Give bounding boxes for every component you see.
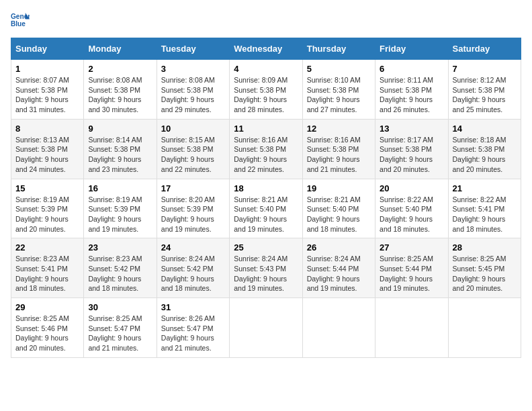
- day-number: 19: [307, 183, 371, 193]
- day-detail: Sunrise: 8:22 AMSunset: 5:40 PMDaylight:…: [380, 195, 433, 233]
- day-detail: Sunrise: 8:25 AMSunset: 5:44 PMDaylight:…: [380, 255, 433, 292]
- day-cell: 4 Sunrise: 8:09 AMSunset: 5:38 PMDayligh…: [230, 60, 302, 120]
- day-detail: Sunrise: 8:24 AMSunset: 5:44 PMDaylight:…: [307, 255, 361, 292]
- day-number: 4: [234, 64, 298, 74]
- day-cell: 11 Sunrise: 8:16 AMSunset: 5:38 PMDaylig…: [230, 119, 302, 179]
- day-detail: Sunrise: 8:18 AMSunset: 5:38 PMDaylight:…: [453, 136, 506, 173]
- day-number: 17: [161, 183, 225, 193]
- day-number: 7: [453, 64, 517, 74]
- day-cell: 5 Sunrise: 8:10 AMSunset: 5:38 PMDayligh…: [302, 60, 375, 120]
- day-cell: 16 Sunrise: 8:19 AMSunset: 5:39 PMDaylig…: [84, 179, 157, 238]
- day-detail: Sunrise: 8:25 AMSunset: 5:45 PMDaylight:…: [453, 255, 506, 292]
- logo: General Blue: [11, 11, 32, 30]
- day-detail: Sunrise: 8:11 AMSunset: 5:38 PMDaylight:…: [380, 76, 433, 113]
- day-cell: 14 Sunrise: 8:18 AMSunset: 5:38 PMDaylig…: [448, 119, 521, 179]
- day-number: 5: [307, 64, 371, 74]
- day-detail: Sunrise: 8:20 AMSunset: 5:39 PMDaylight:…: [161, 195, 215, 233]
- day-detail: Sunrise: 8:24 AMSunset: 5:43 PMDaylight:…: [234, 255, 287, 292]
- day-detail: Sunrise: 8:21 AMSunset: 5:40 PMDaylight:…: [307, 195, 361, 233]
- svg-text:Blue: Blue: [11, 20, 26, 28]
- day-cell: 19 Sunrise: 8:21 AMSunset: 5:40 PMDaylig…: [302, 179, 375, 238]
- day-cell: [375, 298, 448, 358]
- day-number: 10: [161, 124, 225, 134]
- day-cell: 15 Sunrise: 8:19 AMSunset: 5:39 PMDaylig…: [11, 179, 84, 238]
- day-cell: 12 Sunrise: 8:16 AMSunset: 5:38 PMDaylig…: [302, 119, 375, 179]
- day-detail: Sunrise: 8:10 AMSunset: 5:38 PMDaylight:…: [307, 76, 361, 113]
- header-row: SundayMondayTuesdayWednesdayThursdayFrid…: [11, 38, 521, 60]
- day-cell: 27 Sunrise: 8:25 AMSunset: 5:44 PMDaylig…: [375, 238, 448, 298]
- day-cell: 9 Sunrise: 8:14 AMSunset: 5:38 PMDayligh…: [84, 119, 157, 179]
- day-detail: Sunrise: 8:23 AMSunset: 5:42 PMDaylight:…: [88, 255, 142, 292]
- day-detail: Sunrise: 8:12 AMSunset: 5:38 PMDaylight:…: [453, 76, 506, 113]
- day-cell: 18 Sunrise: 8:21 AMSunset: 5:40 PMDaylig…: [230, 179, 302, 238]
- day-number: 9: [88, 124, 152, 134]
- day-number: 27: [380, 242, 443, 253]
- day-number: 31: [161, 302, 225, 312]
- week-row-3: 15 Sunrise: 8:19 AMSunset: 5:39 PMDaylig…: [11, 179, 521, 238]
- day-number: 3: [161, 64, 225, 74]
- week-row-2: 8 Sunrise: 8:13 AMSunset: 5:38 PMDayligh…: [11, 119, 521, 179]
- day-number: 26: [307, 242, 371, 253]
- day-number: 25: [234, 242, 298, 253]
- day-number: 1: [15, 64, 79, 74]
- day-number: 21: [453, 183, 517, 193]
- day-number: 13: [380, 124, 443, 134]
- day-detail: Sunrise: 8:16 AMSunset: 5:38 PMDaylight:…: [234, 136, 287, 173]
- day-detail: Sunrise: 8:22 AMSunset: 5:41 PMDaylight:…: [453, 195, 506, 233]
- day-number: 23: [88, 242, 152, 253]
- day-cell: [302, 298, 375, 358]
- col-header-monday: Monday: [84, 38, 157, 60]
- day-number: 6: [380, 64, 443, 74]
- day-number: 8: [15, 124, 79, 134]
- day-cell: 10 Sunrise: 8:15 AMSunset: 5:38 PMDaylig…: [157, 119, 229, 179]
- day-cell: 13 Sunrise: 8:17 AMSunset: 5:38 PMDaylig…: [375, 119, 448, 179]
- logo-icon: General Blue: [11, 11, 30, 30]
- day-cell: 24 Sunrise: 8:24 AMSunset: 5:42 PMDaylig…: [157, 238, 229, 298]
- day-cell: 28 Sunrise: 8:25 AMSunset: 5:45 PMDaylig…: [448, 238, 521, 298]
- day-number: 24: [161, 242, 225, 253]
- day-detail: Sunrise: 8:25 AMSunset: 5:47 PMDaylight:…: [88, 314, 142, 352]
- day-number: 29: [15, 302, 79, 312]
- day-cell: 20 Sunrise: 8:22 AMSunset: 5:40 PMDaylig…: [375, 179, 448, 238]
- day-cell: 17 Sunrise: 8:20 AMSunset: 5:39 PMDaylig…: [157, 179, 229, 238]
- day-detail: Sunrise: 8:07 AMSunset: 5:38 PMDaylight:…: [15, 76, 69, 113]
- day-number: 2: [88, 64, 152, 74]
- col-header-tuesday: Tuesday: [157, 38, 229, 60]
- day-detail: Sunrise: 8:09 AMSunset: 5:38 PMDaylight:…: [234, 76, 287, 113]
- col-header-sunday: Sunday: [11, 38, 84, 60]
- day-cell: 8 Sunrise: 8:13 AMSunset: 5:38 PMDayligh…: [11, 119, 84, 179]
- day-number: 18: [234, 183, 298, 193]
- day-cell: 3 Sunrise: 8:08 AMSunset: 5:38 PMDayligh…: [157, 60, 229, 120]
- day-cell: 22 Sunrise: 8:23 AMSunset: 5:41 PMDaylig…: [11, 238, 84, 298]
- day-detail: Sunrise: 8:25 AMSunset: 5:46 PMDaylight:…: [15, 314, 69, 352]
- day-detail: Sunrise: 8:08 AMSunset: 5:38 PMDaylight:…: [161, 76, 215, 113]
- day-cell: 7 Sunrise: 8:12 AMSunset: 5:38 PMDayligh…: [448, 60, 521, 120]
- day-cell: 6 Sunrise: 8:11 AMSunset: 5:38 PMDayligh…: [375, 60, 448, 120]
- day-cell: 29 Sunrise: 8:25 AMSunset: 5:46 PMDaylig…: [11, 298, 84, 358]
- day-number: 30: [88, 302, 152, 312]
- week-row-5: 29 Sunrise: 8:25 AMSunset: 5:46 PMDaylig…: [11, 298, 521, 358]
- day-detail: Sunrise: 8:24 AMSunset: 5:42 PMDaylight:…: [161, 255, 215, 292]
- col-header-friday: Friday: [375, 38, 448, 60]
- week-row-1: 1 Sunrise: 8:07 AMSunset: 5:38 PMDayligh…: [11, 60, 521, 120]
- day-detail: Sunrise: 8:23 AMSunset: 5:41 PMDaylight:…: [15, 255, 69, 292]
- day-cell: 31 Sunrise: 8:26 AMSunset: 5:47 PMDaylig…: [157, 298, 229, 358]
- day-detail: Sunrise: 8:19 AMSunset: 5:39 PMDaylight:…: [15, 195, 69, 233]
- day-cell: 30 Sunrise: 8:25 AMSunset: 5:47 PMDaylig…: [84, 298, 157, 358]
- day-number: 22: [15, 242, 79, 253]
- day-number: 14: [453, 124, 517, 134]
- day-detail: Sunrise: 8:17 AMSunset: 5:38 PMDaylight:…: [380, 136, 433, 173]
- day-number: 12: [307, 124, 371, 134]
- day-number: 20: [380, 183, 443, 193]
- header: General Blue: [11, 11, 521, 30]
- col-header-thursday: Thursday: [302, 38, 375, 60]
- day-detail: Sunrise: 8:21 AMSunset: 5:40 PMDaylight:…: [234, 195, 287, 233]
- day-number: 16: [88, 183, 152, 193]
- day-detail: Sunrise: 8:26 AMSunset: 5:47 PMDaylight:…: [161, 314, 215, 352]
- day-cell: [448, 298, 521, 358]
- day-detail: Sunrise: 8:08 AMSunset: 5:38 PMDaylight:…: [88, 76, 142, 113]
- day-cell: 21 Sunrise: 8:22 AMSunset: 5:41 PMDaylig…: [448, 179, 521, 238]
- calendar-table: SundayMondayTuesdayWednesdayThursdayFrid…: [11, 38, 521, 358]
- col-header-saturday: Saturday: [448, 38, 521, 60]
- day-number: 15: [15, 183, 79, 193]
